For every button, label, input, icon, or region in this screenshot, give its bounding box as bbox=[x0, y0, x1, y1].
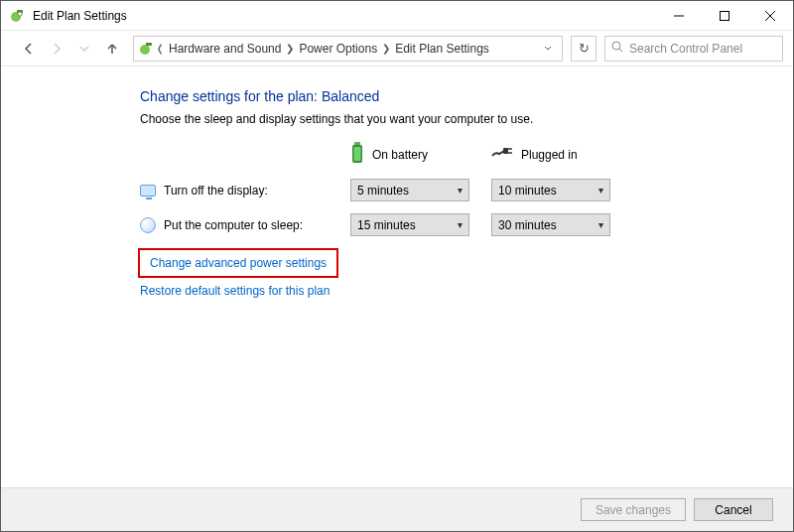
battery-icon bbox=[350, 142, 364, 167]
display-battery-value: 5 minutes bbox=[357, 184, 409, 198]
svg-rect-14 bbox=[503, 148, 508, 154]
titlebar: Edit Plan Settings bbox=[1, 1, 793, 31]
svg-rect-8 bbox=[146, 43, 152, 46]
sleep-battery-select[interactable]: 15 minutes ▾ bbox=[350, 213, 469, 236]
display-battery-select[interactable]: 5 minutes ▾ bbox=[350, 179, 469, 201]
restore-defaults-link[interactable]: Restore default settings for this plan bbox=[140, 284, 793, 298]
refresh-button[interactable]: ↻ bbox=[571, 36, 596, 62]
back-button[interactable] bbox=[16, 36, 42, 62]
svg-rect-11 bbox=[354, 142, 360, 145]
cancel-button[interactable]: Cancel bbox=[694, 498, 773, 521]
sleep-plugged-value: 30 minutes bbox=[498, 218, 557, 232]
app-icon bbox=[9, 8, 25, 24]
search-icon bbox=[611, 41, 623, 56]
chevron-right-icon: ❬ bbox=[154, 43, 166, 54]
footer-bar: Save changes Cancel bbox=[1, 487, 793, 531]
svg-point-2 bbox=[18, 11, 22, 15]
row-display-label: Turn off the display: bbox=[164, 184, 268, 198]
breadcrumb[interactable]: ❬ Hardware and Sound ❯ Power Options ❯ E… bbox=[133, 36, 563, 62]
chevron-down-icon: ▾ bbox=[598, 185, 603, 196]
column-label-plugged: Plugged in bbox=[521, 148, 578, 162]
plug-icon bbox=[491, 146, 513, 163]
maximize-button[interactable] bbox=[702, 1, 747, 31]
page-description: Choose the sleep and display settings th… bbox=[140, 112, 793, 126]
up-button[interactable] bbox=[99, 36, 125, 62]
nav-toolbar: ❬ Hardware and Sound ❯ Power Options ❯ E… bbox=[1, 31, 793, 66]
row-sleep: Put the computer to sleep: bbox=[140, 217, 329, 233]
content-area: Change settings for the plan: Balanced C… bbox=[1, 66, 793, 497]
display-plugged-select[interactable]: 10 minutes ▾ bbox=[491, 179, 610, 201]
svg-point-9 bbox=[612, 42, 620, 50]
recent-locations-button[interactable] bbox=[71, 36, 97, 62]
row-display: Turn off the display: bbox=[140, 184, 329, 198]
address-icon bbox=[138, 41, 154, 57]
sleep-icon bbox=[140, 217, 156, 233]
display-plugged-value: 10 minutes bbox=[498, 184, 557, 198]
svg-line-10 bbox=[619, 49, 622, 52]
svg-point-7 bbox=[140, 45, 150, 55]
sleep-plugged-select[interactable]: 30 minutes ▾ bbox=[491, 213, 610, 236]
breadcrumb-dropdown[interactable] bbox=[538, 42, 558, 56]
chevron-down-icon: ▾ bbox=[598, 219, 603, 230]
save-button[interactable]: Save changes bbox=[581, 498, 686, 521]
chevron-down-icon: ▾ bbox=[458, 219, 463, 230]
sleep-battery-value: 15 minutes bbox=[357, 218, 416, 232]
breadcrumb-hardware[interactable]: Hardware and Sound bbox=[166, 42, 284, 56]
search-input[interactable]: Search Control Panel bbox=[604, 36, 783, 62]
page-heading: Change settings for the plan: Balanced bbox=[140, 88, 793, 104]
display-icon bbox=[140, 185, 156, 197]
chevron-down-icon: ▾ bbox=[458, 185, 463, 196]
row-sleep-label: Put the computer to sleep: bbox=[164, 218, 303, 232]
minimize-button[interactable] bbox=[656, 1, 702, 31]
breadcrumb-power-options[interactable]: Power Options bbox=[296, 42, 380, 56]
svg-rect-13 bbox=[354, 147, 361, 161]
close-button[interactable] bbox=[747, 1, 793, 31]
svg-rect-4 bbox=[721, 11, 729, 20]
advanced-power-settings-link[interactable]: Change advanced power settings bbox=[140, 250, 336, 276]
chevron-right-icon: ❯ bbox=[380, 43, 392, 54]
column-plugged-in: Plugged in bbox=[491, 146, 610, 163]
search-placeholder: Search Control Panel bbox=[629, 42, 742, 56]
column-label-battery: On battery bbox=[372, 148, 428, 162]
chevron-right-icon: ❯ bbox=[284, 43, 296, 54]
window-title: Edit Plan Settings bbox=[33, 9, 127, 23]
breadcrumb-edit-plan[interactable]: Edit Plan Settings bbox=[392, 42, 492, 56]
column-on-battery: On battery bbox=[350, 142, 469, 167]
forward-button[interactable] bbox=[44, 36, 69, 62]
